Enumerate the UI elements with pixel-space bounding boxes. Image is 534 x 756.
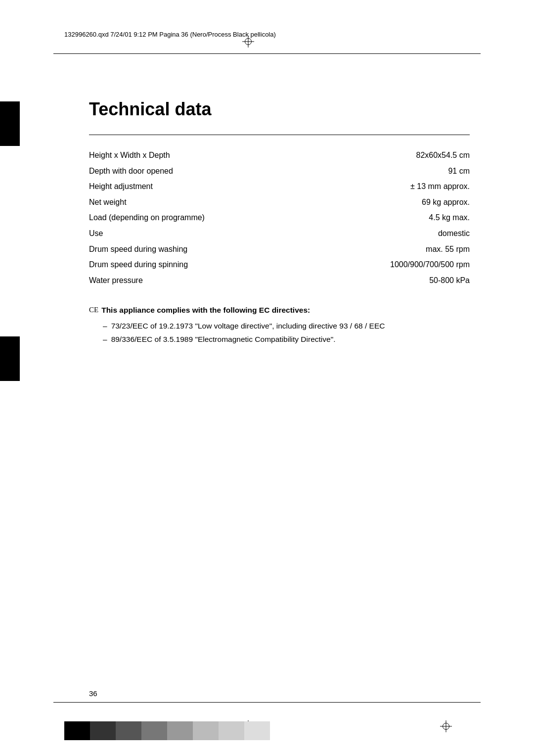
specs-row: Drum speed during spinning1000/900/700/5… [89, 258, 470, 271]
color-swatch [64, 721, 90, 740]
black-rect-left-top [0, 101, 20, 146]
specs-table: Height x Width x Depth82x60x54.5 cmDepth… [89, 149, 470, 286]
specs-row: Depth with door opened91 cm [89, 165, 470, 178]
specs-label: Water pressure [89, 274, 143, 287]
color-swatch [244, 721, 270, 740]
specs-value: 50-800 kPa [429, 274, 470, 287]
specs-label: Drum speed during washing [89, 243, 187, 256]
specs-label: Use [89, 227, 103, 240]
specs-value: ± 13 mm approx. [410, 180, 470, 193]
page-number: 36 [89, 689, 97, 698]
color-swatch [90, 721, 116, 740]
specs-value: max. 55 rpm [426, 243, 470, 256]
specs-value: 82x60x54.5 cm [416, 149, 470, 162]
specs-label: Depth with door opened [89, 165, 173, 178]
ce-mark: CE [89, 304, 98, 316]
specs-label: Load (depending on programme) [89, 211, 205, 224]
specs-value: 91 cm [448, 165, 470, 178]
specs-row: Water pressure50-800 kPa [89, 274, 470, 287]
ec-text: 73/23/EEC of 19.2.1973 "Low voltage dire… [111, 320, 470, 331]
right-mark-top [470, 53, 481, 54]
ec-header-text: This appliance complies with the followi… [101, 304, 310, 316]
left-mark-top [53, 53, 64, 54]
color-swatch [167, 721, 193, 740]
specs-row: Usedomestic [89, 227, 470, 240]
header-meta: 132996260.qxd 7/24/01 9:12 PM Pagina 36 … [64, 31, 470, 38]
specs-value: 69 kg approx. [422, 196, 470, 209]
title-divider [89, 135, 470, 135]
specs-label: Drum speed during spinning [89, 258, 188, 271]
specs-row: Height adjustment± 13 mm approx. [89, 180, 470, 193]
ec-text: 89/336/EEC of 3.5.1989 "Electromagnetic … [111, 333, 470, 345]
ec-item: –89/336/EEC of 3.5.1989 "Electromagnetic… [89, 333, 470, 345]
specs-row: Height x Width x Depth82x60x54.5 cm [89, 149, 470, 162]
black-rect-left-mid [0, 336, 20, 381]
color-swatch [219, 721, 244, 740]
color-swatch [193, 721, 219, 740]
ec-header: CE This appliance complies with the foll… [89, 304, 470, 316]
specs-value: 4.5 kg max. [429, 211, 470, 224]
color-swatch [116, 721, 141, 740]
ec-bullet: – [103, 333, 107, 345]
specs-value: domestic [438, 227, 470, 240]
content-area: Technical data Height x Width x Depth82x… [89, 64, 470, 692]
specs-label: Height x Width x Depth [89, 149, 170, 162]
ec-item: –73/23/EEC of 19.2.1973 "Low voltage dir… [89, 320, 470, 331]
specs-value: 1000/900/700/500 rpm [390, 258, 470, 271]
specs-row: Drum speed during washingmax. 55 rpm [89, 243, 470, 256]
top-line [64, 53, 470, 54]
specs-label: Height adjustment [89, 180, 153, 193]
page-title: Technical data [89, 99, 470, 120]
specs-row: Net weight69 kg approx. [89, 196, 470, 209]
left-mark-bottom [53, 702, 64, 703]
color-swatches [64, 721, 270, 740]
page-container: 132996260.qxd 7/24/01 9:12 PM Pagina 36 … [0, 0, 534, 756]
ec-section: CE This appliance complies with the foll… [89, 304, 470, 345]
ec-items-container: –73/23/EEC of 19.2.1973 "Low voltage dir… [89, 320, 470, 345]
specs-row: Load (depending on programme)4.5 kg max. [89, 211, 470, 224]
ec-bullet: – [103, 320, 107, 331]
right-mark-bottom [470, 702, 481, 703]
specs-label: Net weight [89, 196, 127, 209]
bottom-line [64, 702, 470, 703]
color-swatch [141, 721, 167, 740]
